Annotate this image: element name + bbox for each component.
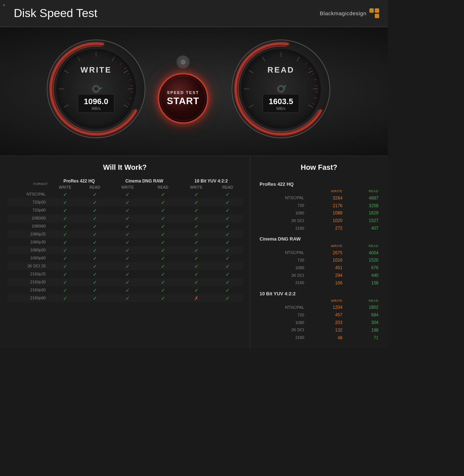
svg-text:1603.5: 1603.5: [269, 97, 293, 106]
app-title: Disk Speed Test: [9, 7, 98, 20]
check-cell: ✓: [180, 230, 213, 238]
start-label-main: START: [167, 95, 199, 107]
check-cell: ✓: [81, 246, 109, 254]
check-cell: ✓: [180, 262, 213, 270]
settings-button[interactable]: ⚙: [177, 56, 190, 69]
check-icon: ✓: [194, 231, 199, 237]
check-icon: ✓: [125, 255, 130, 261]
write-value: 203: [308, 319, 344, 327]
check-icon: ✓: [63, 287, 67, 293]
hf-data-row: 21604871: [257, 334, 381, 342]
check-cell: ✓: [213, 286, 243, 294]
table-row: 2160p30✓✓✓✓✓✓: [7, 278, 243, 286]
format-name: 2160p25: [7, 270, 49, 278]
hf-row-label: 2160: [257, 334, 308, 342]
check-icon: ✓: [125, 263, 130, 269]
check-icon: ✓: [225, 208, 230, 213]
how-fast-panel: How Fast? ProRes 422 HQWRITEREADNTSC/PAL…: [250, 156, 388, 349]
check-cell: ✓: [180, 254, 213, 262]
hf-data-row: 2K DCI10201527: [257, 217, 381, 225]
check-icon: ✓: [225, 295, 230, 301]
write-gauge: WRITE 1096.0 MB/s: [45, 38, 147, 141]
check-icon: ✓: [93, 239, 97, 245]
check-cell: ✓: [146, 270, 180, 278]
read-value: 4004: [345, 249, 381, 257]
check-icon: ✓: [225, 216, 230, 221]
check-icon: ✓: [63, 239, 67, 245]
check-icon: ✓: [93, 295, 97, 301]
section-title-row: ProRes 422 HQ: [257, 177, 381, 188]
check-cell: ✓: [213, 230, 243, 238]
check-cell: ✓: [49, 286, 81, 294]
check-icon: ✓: [93, 247, 97, 253]
check-cell: ✓: [146, 214, 180, 222]
write-value: 272: [308, 225, 344, 232]
check-icon: ✓: [161, 255, 165, 261]
svg-point-54: [279, 87, 283, 91]
format-name: 1080p60: [7, 254, 49, 262]
check-icon: ✓: [125, 216, 130, 221]
check-icon: ✓: [194, 263, 199, 269]
hf-row-label: 1080: [257, 264, 308, 272]
check-icon: ✓: [161, 271, 165, 277]
check-cell: ✓: [109, 238, 146, 246]
write-value: 294: [308, 272, 344, 279]
app-header: × Disk Speed Test Blackmagicdesign: [0, 0, 388, 27]
check-icon: ✓: [161, 192, 165, 197]
check-icon: ✓: [225, 223, 230, 229]
section-title-row: Cinema DNG RAW: [257, 232, 381, 243]
check-cell: ✓: [81, 270, 109, 278]
check-icon: ✓: [125, 271, 130, 277]
check-cell: ✓: [81, 286, 109, 294]
hf-data-row: NTSC/PAL12041802: [257, 304, 381, 311]
check-cell: ✓: [109, 214, 146, 222]
check-cell: ✓: [109, 230, 146, 238]
hf-data-row: 72010161520: [257, 257, 381, 264]
check-cell: ✓: [109, 270, 146, 278]
check-cell: ✓: [146, 262, 180, 270]
check-icon: ✓: [225, 279, 230, 285]
hf-row-label: 1080: [257, 319, 308, 327]
col-header-row: WRITEREAD: [257, 298, 381, 304]
check-icon: ✓: [93, 208, 97, 213]
start-button[interactable]: SPEED TEST START: [158, 73, 208, 124]
check-cell: ✓: [49, 206, 81, 214]
check-icon: ✓: [225, 247, 230, 253]
check-cell: ✓: [213, 190, 243, 198]
check-cell: ✓: [81, 230, 109, 238]
check-icon: ✓: [125, 295, 130, 301]
write-value: 3264: [308, 194, 344, 202]
format-name: 720p60: [7, 206, 49, 214]
read-value: 1629: [345, 209, 381, 217]
check-cell: ✓: [213, 294, 243, 302]
check-cell: ✓: [146, 198, 180, 206]
check-cell: ✓: [146, 254, 180, 262]
check-cell: ✓: [213, 238, 243, 246]
check-icon: ✓: [194, 216, 199, 221]
check-icon: ✓: [225, 255, 230, 261]
check-icon: ✓: [225, 239, 230, 245]
check-icon: ✓: [125, 223, 130, 229]
close-button[interactable]: ×: [3, 3, 5, 7]
hf-data-row: NTSC/PAL26754004: [257, 249, 381, 257]
hf-row-label: 2160: [257, 279, 308, 287]
write-value: 1088: [308, 209, 344, 217]
check-cell: ✓: [180, 246, 213, 254]
will-it-work-table: FORMAT ProRes 422 HQ Cinema DNG RAW 10 B…: [7, 177, 243, 302]
check-cell: ✓: [109, 190, 146, 198]
check-icon: ✓: [194, 287, 199, 293]
brand-logo: Blackmagicdesign: [320, 8, 379, 18]
check-cell: ✓: [180, 190, 213, 198]
hf-data-row: 1080451676: [257, 264, 381, 272]
check-cell: ✓: [146, 206, 180, 214]
brand-icon: [369, 8, 379, 18]
check-cell: ✓: [213, 222, 243, 230]
gauges-section: WRITE 1096.0 MB/s ⚙ SPEED TEST START: [0, 27, 388, 156]
svg-text:1096.0: 1096.0: [84, 97, 108, 106]
read-value: 304: [345, 319, 381, 327]
check-cell: ✓: [213, 262, 243, 270]
write-value: 132: [308, 327, 344, 334]
check-cell: ✓: [109, 278, 146, 286]
table-row: 2160p25✓✓✓✓✓✓: [7, 270, 243, 278]
check-cell: ✓: [146, 246, 180, 254]
